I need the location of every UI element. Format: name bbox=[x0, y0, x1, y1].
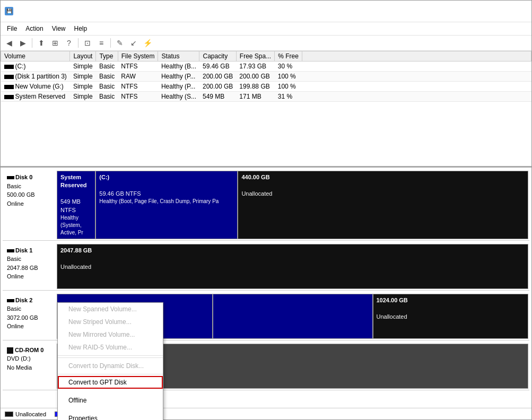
vol-type: Basic bbox=[96, 72, 118, 82]
minimize-button[interactable] bbox=[454, 4, 478, 19]
context-menu-item: New Mirrored Volume... bbox=[58, 328, 163, 341]
table-row[interactable]: New Volume (G:) Simple Basic NTFS Health… bbox=[1, 82, 531, 92]
context-menu-item[interactable] bbox=[58, 389, 163, 394]
partition-block[interactable]: 440.00 GBUnallocated bbox=[238, 171, 528, 239]
col-extra[interactable] bbox=[302, 51, 531, 62]
col-type[interactable]: Type bbox=[96, 51, 118, 62]
vol-fs: NTFS bbox=[118, 82, 158, 92]
disk-partitions: 2047.88 GBUnallocated bbox=[57, 244, 528, 289]
vol-type: Basic bbox=[96, 62, 118, 72]
disk-label: CD-ROM 0DVD (D:)No Media bbox=[3, 343, 56, 390]
vol-pct: 100 % bbox=[275, 72, 302, 82]
tb-sep1 bbox=[32, 38, 32, 48]
tb-forward[interactable]: ▶ bbox=[16, 37, 29, 49]
table-row[interactable]: (C:) Simple Basic NTFS Healthy (B... 59.… bbox=[1, 62, 531, 72]
context-menu-item[interactable]: Offline bbox=[58, 394, 163, 407]
col-freespace[interactable]: Free Spa... bbox=[236, 51, 274, 62]
vol-layout: Simple bbox=[70, 62, 96, 72]
vol-free: 200.00 GB bbox=[236, 72, 274, 82]
menu-action[interactable]: Action bbox=[21, 23, 47, 34]
legend-unallocated-label: Unallocated bbox=[15, 411, 46, 417]
title-bar-controls bbox=[454, 4, 527, 19]
close-button[interactable] bbox=[503, 4, 527, 19]
vol-name: System Reserved bbox=[1, 92, 70, 102]
partition-block[interactable] bbox=[213, 294, 373, 338]
tb-sep3 bbox=[110, 38, 111, 48]
menu-view[interactable]: View bbox=[48, 23, 70, 34]
volume-list: Volume Layout Type File System Status Ca… bbox=[1, 51, 531, 168]
context-menu-separator bbox=[58, 357, 163, 358]
vol-pct: 100 % bbox=[275, 82, 302, 92]
context-menu-item[interactable]: Properties bbox=[58, 412, 163, 420]
disk-label: Disk 2Basic3072.00 GBOnline bbox=[3, 293, 56, 340]
col-volume[interactable]: Volume bbox=[1, 51, 70, 62]
vol-free: 199.88 GB bbox=[236, 82, 274, 92]
col-capacity[interactable]: Capacity bbox=[199, 51, 236, 62]
table-row[interactable]: (Disk 1 partition 3) Simple Basic RAW He… bbox=[1, 72, 531, 82]
context-menu-item: New RAID-5 Volume... bbox=[58, 341, 163, 354]
app-icon: 💾 bbox=[5, 7, 13, 15]
partition-block[interactable]: 1024.00 GBUnallocated bbox=[373, 294, 528, 338]
menu-file[interactable]: File bbox=[3, 23, 21, 34]
vol-status: Healthy (S... bbox=[158, 92, 199, 102]
vol-fs: NTFS bbox=[118, 62, 158, 72]
vol-layout: Simple bbox=[70, 72, 96, 82]
tb-sep2 bbox=[78, 38, 79, 48]
context-menu-item: Convert to Dynamic Disk... bbox=[58, 360, 163, 372]
vol-type: Basic bbox=[96, 92, 118, 102]
context-menu-item: New Striped Volume... bbox=[58, 316, 163, 328]
tb-refresh[interactable]: ⚡ bbox=[141, 37, 154, 49]
disk-row: Disk 0Basic500.00 GBOnlineSystem Reserve… bbox=[3, 170, 529, 241]
title-bar: 💾 bbox=[1, 1, 531, 22]
title-bar-left: 💾 bbox=[5, 7, 16, 15]
context-menu-item: New Spanned Volume... bbox=[58, 303, 163, 316]
volumes-table: Volume Layout Type File System Status Ca… bbox=[1, 51, 531, 102]
partition-block[interactable]: System Reserved549 MB NTFSHealthy (Syste… bbox=[57, 171, 96, 239]
col-pctfree[interactable]: % Free bbox=[275, 51, 302, 62]
tb-export[interactable]: ↙ bbox=[127, 37, 140, 49]
vol-status: Healthy (P... bbox=[158, 72, 199, 82]
table-row[interactable]: System Reserved Simple Basic NTFS Health… bbox=[1, 92, 531, 102]
tb-edit[interactable]: ✎ bbox=[114, 37, 126, 49]
vol-status: Healthy (B... bbox=[158, 62, 199, 72]
vol-type: Basic bbox=[96, 82, 118, 92]
vol-pct: 31 % bbox=[275, 92, 302, 102]
tb-help[interactable]: ? bbox=[63, 37, 75, 49]
context-menu-item[interactable] bbox=[58, 407, 163, 412]
disk-label: Disk 0Basic500.00 GBOnline bbox=[3, 170, 56, 240]
vol-free: 17.93 GB bbox=[236, 62, 274, 72]
tb-properties[interactable]: ⊞ bbox=[49, 37, 62, 49]
context-menu: New Spanned Volume...New Striped Volume.… bbox=[57, 302, 163, 420]
tb-grid[interactable]: ≡ bbox=[95, 37, 108, 49]
context-menu-separator bbox=[58, 355, 163, 356]
vol-status: Healthy (P... bbox=[158, 82, 199, 92]
menu-help[interactable]: Help bbox=[70, 23, 92, 34]
tb-up[interactable]: ⬆ bbox=[35, 37, 48, 49]
vol-fs: NTFS bbox=[118, 92, 158, 102]
vol-name: New Volume (G:) bbox=[1, 82, 70, 92]
tb-back[interactable]: ◀ bbox=[3, 37, 15, 49]
context-menu-item[interactable]: Convert to GPT Disk bbox=[58, 376, 163, 389]
legend-unallocated: Unallocated bbox=[5, 411, 46, 417]
col-status[interactable]: Status bbox=[158, 51, 199, 62]
context-menu-separator bbox=[58, 374, 163, 374]
menu-bar: File Action View Help bbox=[1, 22, 531, 36]
vol-pct: 30 % bbox=[275, 62, 302, 72]
tb-list[interactable]: ⊡ bbox=[81, 37, 94, 49]
vol-capacity: 549 MB bbox=[199, 92, 236, 102]
maximize-button[interactable] bbox=[478, 4, 503, 19]
vol-capacity: 59.46 GB bbox=[199, 62, 236, 72]
vol-name: (C:) bbox=[1, 62, 70, 72]
vol-layout: Simple bbox=[70, 92, 96, 102]
vol-layout: Simple bbox=[70, 82, 96, 92]
partition-block[interactable]: 2047.88 GBUnallocated bbox=[57, 244, 528, 288]
disk-management-window: 💾 File Action View Help ◀ ▶ ⬆ ⊞ ? ⊡ ≡ ✎ … bbox=[0, 0, 532, 420]
disk-label: Disk 1Basic2047.88 GBOnline bbox=[3, 243, 56, 290]
toolbar: ◀ ▶ ⬆ ⊞ ? ⊡ ≡ ✎ ↙ ⚡ bbox=[1, 36, 531, 51]
col-layout[interactable]: Layout bbox=[70, 51, 96, 62]
legend-unallocated-icon bbox=[5, 412, 13, 417]
disk-partitions: System Reserved549 MB NTFSHealthy (Syste… bbox=[57, 171, 528, 239]
vol-name: (Disk 1 partition 3) bbox=[1, 72, 70, 82]
col-filesystem[interactable]: File System bbox=[118, 51, 158, 62]
partition-block[interactable]: (C:)59.46 GB NTFSHealthy (Boot, Page Fil… bbox=[96, 171, 238, 239]
